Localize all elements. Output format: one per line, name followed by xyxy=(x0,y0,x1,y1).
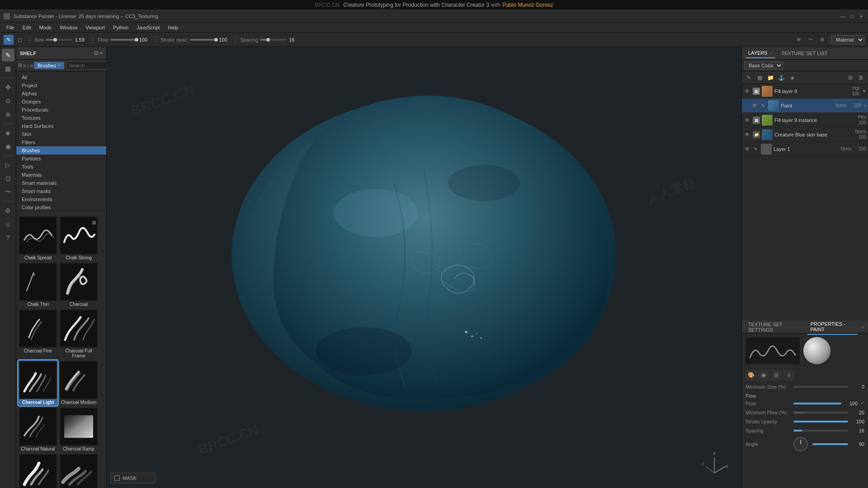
layer-fill9inst[interactable]: 👁 ▦ Fill layer 9 instance Pthr 100 xyxy=(742,113,868,127)
shelf-filter-button[interactable]: ≡ xyxy=(30,61,33,70)
view-button[interactable]: ◈ xyxy=(2,127,14,139)
brush-charcoal[interactable]: Charcoal xyxy=(59,262,99,308)
layer-fill9[interactable]: 👁 ▦ Fill layer 9 Hgt 100 ▼ xyxy=(742,84,868,99)
minimize-button[interactable]: — xyxy=(840,13,846,19)
menu-file[interactable]: File xyxy=(3,24,18,31)
tab-layers[interactable]: LAYERS × xyxy=(745,48,775,58)
menu-mode[interactable]: Mode xyxy=(36,24,56,31)
layer-creatblue-visibility[interactable]: 👁 xyxy=(744,131,751,138)
brush-charcoal-ramp[interactable]: Charcoal Ramp xyxy=(59,407,99,452)
menu-window[interactable]: Window xyxy=(56,24,81,31)
nav-filters[interactable]: Filters xyxy=(16,138,106,146)
layer-creatblue[interactable]: 👁 📁 Creature Blue skin base Norm 100 xyxy=(742,127,868,142)
add-folder-button[interactable]: 📁 xyxy=(765,73,775,83)
symmetry-button[interactable]: ⊕ xyxy=(793,35,803,45)
paint-bucket-button[interactable]: ⊛ xyxy=(2,108,14,121)
props-close-icon[interactable]: × xyxy=(861,324,864,330)
angle-slider[interactable] xyxy=(812,443,848,445)
opacity-channel-button[interactable]: ◉ xyxy=(758,370,769,380)
tab-properties-paint[interactable]: PROPERTIES - PAINT xyxy=(807,319,858,335)
min-size-slider[interactable] xyxy=(793,386,848,388)
nav-color-profiles[interactable]: Color profiles xyxy=(16,203,106,211)
brush-tool-button[interactable]: ✎ xyxy=(2,49,14,61)
nav-brushes[interactable]: Brushes xyxy=(16,146,106,155)
size-slider[interactable] xyxy=(46,39,73,41)
spacing-prop-slider[interactable] xyxy=(793,430,848,432)
menu-help[interactable]: Help xyxy=(165,24,182,31)
duplicate-layer-button[interactable]: ⊞ xyxy=(845,73,855,83)
nav-tools[interactable]: Tools xyxy=(16,163,106,171)
stroke-opacity-slider[interactable] xyxy=(190,39,217,41)
brush-charcoal-wide[interactable]: Charcoal Wide xyxy=(59,453,99,488)
nav-particles[interactable]: Particles xyxy=(16,155,106,163)
color-channel-button[interactable]: 🎨 xyxy=(745,370,756,380)
angle-dial[interactable] xyxy=(793,437,808,451)
layer-paint[interactable]: 👁 ✎ Paint Norm 100 × xyxy=(742,99,868,113)
min-flow-slider[interactable] xyxy=(793,412,848,413)
nav-environments[interactable]: Environments xyxy=(16,195,106,203)
settings-button[interactable]: ⚙ xyxy=(2,204,14,217)
nav-project[interactable]: Project xyxy=(16,81,106,89)
brush-charcoal-natural[interactable]: Charcoal Natural xyxy=(18,407,58,452)
help-button[interactable]: ? xyxy=(2,231,14,244)
layer1-visibility[interactable]: 👁 xyxy=(744,145,751,153)
viewport[interactable]: BRCC.CN 人人素材 BRCC.CN Y X Z MASK xyxy=(107,47,741,488)
fill-tool-button[interactable]: ▦ xyxy=(2,62,14,75)
menu-edit[interactable]: Edit xyxy=(19,24,35,31)
nav-alphas[interactable]: Alphas xyxy=(16,89,106,98)
brush-charcoal-medium[interactable]: Charcoal Medium xyxy=(59,360,99,406)
height-channel-button[interactable]: ≡ xyxy=(783,370,794,380)
nav-textures[interactable]: Textures xyxy=(16,114,106,122)
layers-tab-close[interactable]: × xyxy=(770,51,773,56)
layer-fill9-more[interactable]: ▼ xyxy=(862,89,866,94)
user-button[interactable]: ☺ xyxy=(2,218,14,230)
tab-texture-set-settings[interactable]: TEXTURE SET SETTINGS xyxy=(745,320,804,334)
brush-charcoal-strong[interactable]: Charcoal Strong xyxy=(18,453,58,488)
menu-viewport[interactable]: Viewport xyxy=(82,24,108,31)
brush-charcoal-full-frame[interactable]: Charcoal Full Frame xyxy=(59,309,99,359)
add-paint-layer-button[interactable]: ✎ xyxy=(744,73,754,83)
delete-layer-button[interactable]: 🗑 xyxy=(856,73,866,83)
brush-charcoal-light[interactable]: Charcoal Light xyxy=(18,360,58,406)
nav-materials[interactable]: Materials xyxy=(16,171,106,179)
lazy-mouse-button[interactable]: 〜 xyxy=(805,35,815,45)
brush-chalk-thin[interactable]: Chalk Thin xyxy=(18,262,58,308)
add-anchor-button[interactable]: ⚓ xyxy=(776,73,786,83)
shelf-grid-view-button[interactable]: ⊞ xyxy=(18,61,22,70)
maximize-button[interactable]: □ xyxy=(849,13,855,19)
add-adjustment-button[interactable]: ◈ xyxy=(787,73,797,83)
menu-python[interactable]: Python xyxy=(109,24,132,31)
layer-fill9inst-visibility[interactable]: 👁 xyxy=(744,117,751,124)
color-picker-button[interactable]: ⊙ xyxy=(2,94,14,107)
close-button[interactable]: × xyxy=(858,13,864,19)
nav-hard-surfaces[interactable]: Hard Surfaces xyxy=(16,122,106,130)
layer-paint-visibility[interactable]: 👁 xyxy=(751,102,758,109)
align-button[interactable]: ⊞ xyxy=(817,35,827,45)
paint-mode-button[interactable]: ✎ xyxy=(4,35,14,45)
shelf-list-view-button[interactable]: ≡ xyxy=(23,61,26,70)
brushes-filter-tab[interactable]: Brushes × xyxy=(34,62,64,69)
layer-1[interactable]: 👁 ✎ Layer 1 Norm 100 xyxy=(742,142,868,156)
material-dropdown[interactable]: Material xyxy=(831,35,864,44)
spacing-slider[interactable] xyxy=(260,39,287,41)
add-fill-layer-button[interactable]: ▦ xyxy=(755,73,764,83)
layer-paint-more[interactable]: × xyxy=(864,103,866,108)
normal-channel-button[interactable]: ⊞ xyxy=(771,370,782,380)
shelf-sort-button[interactable]: ↕ xyxy=(27,61,29,70)
nav-all[interactable]: All xyxy=(16,73,106,81)
brush-chalk-spread[interactable]: Chalk Spread xyxy=(18,216,58,261)
shelf-dock-button[interactable]: ⊡ xyxy=(94,50,98,56)
props-close-button[interactable]: × xyxy=(861,324,864,330)
flow-edit-button[interactable]: ✓ xyxy=(860,400,864,406)
clone-button[interactable]: ⊡ xyxy=(2,172,14,185)
shelf-close-button[interactable]: × xyxy=(100,50,103,56)
nav-skin[interactable]: Skin xyxy=(16,130,106,138)
window-controls[interactable]: — □ × xyxy=(840,13,864,19)
layer-fill9-visibility[interactable]: 👁 xyxy=(744,88,751,95)
nav-smart-masks[interactable]: Smart masks xyxy=(16,187,106,195)
brush-charcoal-fine[interactable]: Charcoal Fine xyxy=(18,309,58,359)
blend-mode-select[interactable]: Base Color xyxy=(745,61,783,70)
brush-chalk-strong[interactable]: Chalk Strong xyxy=(59,216,99,261)
flow-prop-slider[interactable] xyxy=(793,403,841,404)
brushes-filter-close[interactable]: × xyxy=(58,63,61,68)
